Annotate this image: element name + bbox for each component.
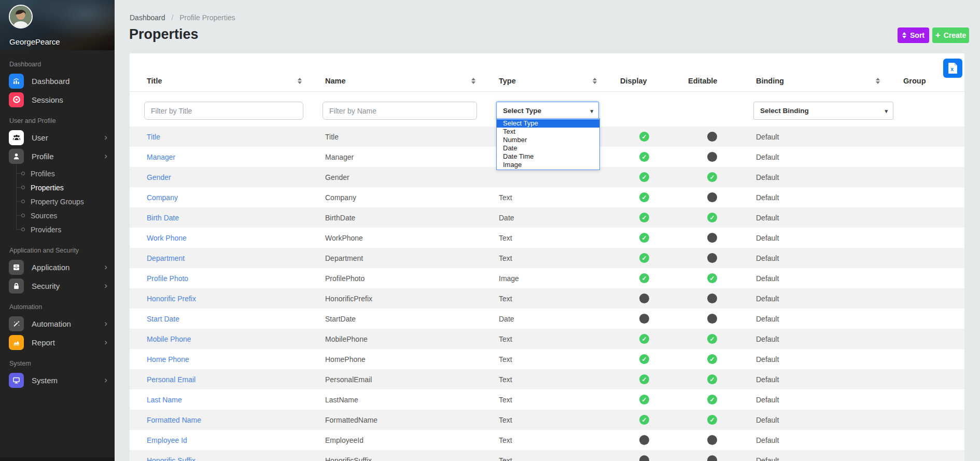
property-title-link[interactable]: Work Phone bbox=[147, 234, 187, 242]
chevron-right-icon bbox=[104, 319, 107, 329]
editable-off-circle-icon bbox=[707, 132, 717, 142]
cell-name: HonorificSuffix bbox=[308, 450, 482, 461]
editable-off-circle-icon bbox=[707, 253, 717, 263]
property-title-link[interactable]: Employee Id bbox=[147, 436, 187, 444]
sidebar-subitem-providers[interactable]: Providers bbox=[0, 222, 115, 236]
main-content: Dashboard / Profile Properties Propertie… bbox=[115, 0, 980, 461]
type-select[interactable]: Select Type bbox=[496, 102, 599, 120]
cell-display bbox=[603, 410, 671, 430]
sidebar-item-profile[interactable]: Profile bbox=[0, 147, 115, 165]
editable-check-circle-icon bbox=[707, 395, 717, 404]
cell-display bbox=[603, 389, 671, 410]
report-icon bbox=[9, 335, 24, 350]
property-title-link[interactable]: Home Phone bbox=[147, 355, 189, 364]
cell-name: WorkPhone bbox=[308, 228, 482, 248]
property-title-link[interactable]: Company bbox=[147, 193, 178, 202]
sidebar-section-label: Application and Security bbox=[0, 239, 115, 258]
cell-group bbox=[886, 207, 964, 228]
property-title-link[interactable]: Personal Email bbox=[147, 375, 195, 384]
users-icon bbox=[9, 130, 24, 145]
column-sort-icon[interactable] bbox=[471, 78, 475, 84]
sidebar-subitem-property-groups[interactable]: Property Groups bbox=[0, 194, 115, 208]
tree-line bbox=[16, 229, 21, 230]
cell-display bbox=[603, 268, 671, 288]
display-check-circle-icon bbox=[639, 192, 649, 202]
sidebar-item-security[interactable]: Security bbox=[0, 276, 115, 295]
cell-display bbox=[603, 248, 671, 268]
cell-display bbox=[603, 228, 671, 248]
sidebar-subitem-profiles[interactable]: Profiles bbox=[0, 166, 115, 180]
sidebar-subitem-label: Profiles bbox=[31, 170, 55, 178]
column-sort-icon[interactable] bbox=[298, 78, 302, 84]
sidebar-item-application[interactable]: Application bbox=[0, 258, 115, 276]
sidebar-submenu: ProfilesPropertiesProperty GroupsSources… bbox=[0, 166, 115, 236]
property-title-link[interactable]: Honorific Prefix bbox=[147, 295, 196, 303]
property-title-link[interactable]: Start Date bbox=[147, 315, 179, 323]
sidebar-item-automation[interactable]: Automation bbox=[0, 314, 115, 333]
breadcrumb-dashboard[interactable]: Dashboard bbox=[130, 13, 165, 22]
type-option[interactable]: Date Time bbox=[497, 152, 599, 161]
type-option[interactable]: Image bbox=[497, 161, 599, 169]
cell-display bbox=[603, 369, 671, 389]
sidebar-item-dashboard[interactable]: Dashboard bbox=[0, 72, 115, 90]
sidebar-subitem-properties[interactable]: Properties bbox=[0, 180, 115, 194]
column-sort-icon[interactable] bbox=[593, 78, 597, 84]
filter-name-input[interactable] bbox=[323, 102, 477, 120]
cell-group bbox=[886, 329, 964, 349]
avatar[interactable] bbox=[9, 5, 33, 29]
cell-binding: Default bbox=[739, 349, 886, 369]
type-option[interactable]: Date bbox=[497, 144, 599, 152]
sidebar-item-system[interactable]: System bbox=[0, 371, 115, 389]
cell-display bbox=[603, 187, 671, 207]
cell-name: BirthDate bbox=[308, 207, 482, 228]
binding-select[interactable]: Select Binding bbox=[753, 102, 893, 120]
property-title-link[interactable]: Last Name bbox=[147, 396, 182, 404]
display-check-circle-icon bbox=[639, 273, 649, 283]
create-button[interactable]: Create bbox=[932, 27, 969, 43]
property-title-link[interactable]: Title bbox=[147, 133, 160, 141]
svg-text:x: x bbox=[950, 66, 954, 72]
cell-type: Text bbox=[482, 389, 603, 410]
property-title-link[interactable]: Manager bbox=[147, 153, 175, 161]
table-header-row: TitleNameTypeDisplayEditableBindingGroup bbox=[130, 72, 964, 92]
property-title-link[interactable]: Formatted Name bbox=[147, 416, 201, 424]
sort-button[interactable]: Sort bbox=[898, 27, 929, 43]
property-title-link[interactable]: Birth Date bbox=[147, 214, 179, 222]
property-title-link[interactable]: Mobile Phone bbox=[147, 335, 191, 343]
sidebar-item-sessions[interactable]: Sessions bbox=[0, 90, 115, 109]
cell-group bbox=[886, 430, 964, 450]
cell-display bbox=[603, 309, 671, 329]
editable-off-circle-icon bbox=[707, 314, 717, 324]
type-option[interactable]: Select Type bbox=[497, 119, 599, 128]
property-title-link[interactable]: Department bbox=[147, 254, 185, 262]
bullet-circle-icon bbox=[21, 228, 25, 231]
property-title-link[interactable]: Gender bbox=[147, 173, 171, 181]
display-check-circle-icon bbox=[639, 132, 649, 142]
cell-display bbox=[603, 127, 671, 147]
sidebar-subitem-sources[interactable]: Sources bbox=[0, 208, 115, 222]
property-title-link[interactable]: Profile Photo bbox=[147, 274, 188, 283]
cell-type: Text bbox=[482, 410, 603, 430]
cell-type: Text bbox=[482, 349, 603, 369]
column-sort-icon[interactable] bbox=[876, 78, 880, 84]
sidebar-item-report[interactable]: Report bbox=[0, 333, 115, 352]
type-option[interactable]: Number bbox=[497, 136, 599, 144]
cell-name: Company bbox=[308, 187, 482, 207]
cell-group bbox=[886, 147, 964, 167]
type-select-dropdown: Select TypeTextNumberDateDate TimeImage bbox=[496, 118, 600, 170]
export-excel-button[interactable]: x bbox=[943, 59, 962, 78]
caret-down-icon bbox=[590, 107, 593, 115]
property-title-link[interactable]: Honorific Suffix bbox=[147, 456, 195, 461]
filter-title-input[interactable] bbox=[144, 102, 303, 120]
cell-editable bbox=[671, 268, 739, 288]
type-option[interactable]: Text bbox=[497, 128, 599, 136]
cell-group bbox=[886, 268, 964, 288]
tree-line bbox=[16, 173, 21, 174]
column-header-type: Type bbox=[482, 72, 603, 92]
sidebar-item-user[interactable]: User bbox=[0, 128, 115, 147]
cell-binding: Default bbox=[739, 288, 886, 309]
user-name[interactable]: GeorgePearce bbox=[9, 37, 60, 46]
column-header-label: Group bbox=[903, 77, 926, 85]
chevron-right-icon bbox=[104, 281, 107, 291]
column-header-label: Title bbox=[147, 77, 162, 85]
